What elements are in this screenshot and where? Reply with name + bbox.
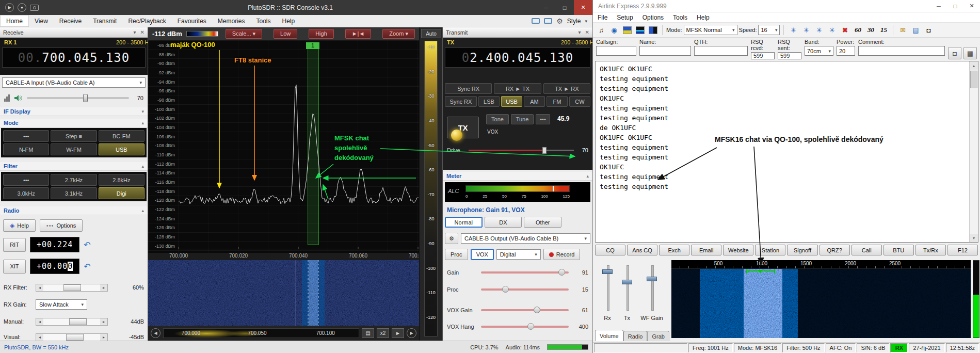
chevron-down-icon[interactable]: ▾ [134,29,136,35]
filter-button[interactable]: 2.8kHz [99,174,144,186]
proc-slider[interactable] [481,288,569,291]
xit-undo-icon[interactable]: ↶ [84,262,90,271]
vox-hang-slider[interactable] [481,326,569,328]
menu-item[interactable]: Options [638,14,668,21]
split-view-icon[interactable] [647,24,658,36]
minimize-button[interactable]: ─ [537,0,555,15]
help-button[interactable]: ◈Help [3,219,36,232]
speaker-icon[interactable] [14,94,23,102]
palette-colorbar[interactable] [186,31,218,37]
xit-button[interactable]: XIT [3,260,26,274]
menu-item[interactable]: Tools [668,14,692,21]
callsign-input[interactable] [596,46,636,56]
maximize-button[interactable]: □ [555,0,574,15]
ribbon-tab[interactable]: Transmit [87,15,122,27]
spectrum-toolbar-button[interactable]: Scale... ▾ [226,29,262,39]
rx-volume-thumb[interactable] [602,269,613,274]
ribbon-tab[interactable]: Rec/Playback [122,15,171,27]
chevron-up-icon[interactable]: ▴ [586,173,589,179]
macro-button[interactable]: Call [852,245,882,255]
menu-item[interactable]: Setup [612,14,637,21]
timer-60-button[interactable]: 60 [852,25,863,35]
tone-button[interactable]: Tone [486,114,509,124]
display-2-icon[interactable] [544,18,552,24]
scroll-left-icon[interactable]: ◂ [36,334,43,341]
camera-icon[interactable] [30,5,39,11]
rsid-icon[interactable]: ✳ [788,24,799,36]
save-icon[interactable]: ◘ [923,24,934,36]
tx-volume-slider[interactable] [622,265,632,311]
rx-filter-scrollbar[interactable]: ◂ ▸ [36,284,108,292]
waterfall-body[interactable] [671,269,971,338]
record-button[interactable]: Record [543,249,580,260]
receive-text-area[interactable]: OK1UFC OK1UFCtesting equipmenttesting eq… [595,61,978,243]
maximize-button[interactable]: □ [947,0,963,12]
macro-button[interactable]: CQ [595,245,625,255]
visual-gain-thumb[interactable] [66,334,84,341]
equalizer-icon[interactable] [4,94,10,102]
rit-undo-icon[interactable]: ↶ [84,240,90,250]
wf-gain-slider[interactable] [647,265,657,311]
drive-slider-thumb[interactable] [542,147,547,154]
timer-15-button[interactable]: 15 [878,25,889,35]
chevron-down-icon[interactable]: ▾ [141,109,144,114]
video-id-icon[interactable]: ✳ [813,24,825,36]
chat-scrollbar-thumb[interactable] [970,71,977,88]
auto-range-button[interactable]: Auto [421,29,441,38]
bottom-tab[interactable]: Grab [647,331,669,341]
scroll-right-icon[interactable]: ▸ [100,284,107,291]
mode-select[interactable]: MFSK Normal ▾ [684,25,737,35]
cw-id-icon[interactable]: ✳ [826,24,838,36]
tx-mode-button[interactable]: CW [569,96,590,107]
notes-icon[interactable]: ♫ [596,24,607,36]
rsq-sent-input[interactable]: 599 [778,52,801,59]
tx-frequency-display[interactable]: 02.400.045.130 [445,47,590,68]
mode-button[interactable]: ••• [3,130,49,142]
scroll-left-icon[interactable]: ◂ [36,318,43,325]
close-icon[interactable]: ✕ [140,29,144,35]
abort-tx-icon[interactable]: ✖ [839,24,850,36]
macro-button[interactable]: Exch [659,245,689,255]
mode-button[interactable]: USB [99,143,144,155]
gain-slider[interactable] [481,271,569,274]
spectrum-toolbar-button[interactable]: Low [274,29,297,39]
macro-button[interactable]: BTU [883,245,914,255]
macro-button[interactable]: Signoff [787,245,817,255]
spectrum-toolbar-button[interactable]: ►|◄ [345,29,372,39]
ribbon-tab[interactable]: Home [0,15,29,27]
logbook-button[interactable]: ▦ [963,47,977,59]
macro-button[interactable]: F12 [947,245,978,255]
meter-section-header[interactable]: Meter ▴ [443,172,592,181]
style-menu[interactable]: Style [567,18,581,25]
macro-button[interactable]: Ans CQ [627,245,657,255]
menu-item[interactable]: Help [692,14,714,21]
vox-hang-slider-thumb[interactable] [527,323,534,330]
email-icon[interactable]: ✉ [897,24,908,36]
save-qso-button[interactable]: ◘ [948,47,961,59]
audio-input-select[interactable]: CABLE-A Input (VB-Audio Cable A) ▾ [2,77,146,88]
scroll-left-icon[interactable]: ◂ [36,284,43,291]
scroll-down-icon[interactable]: ▾ [970,234,978,242]
more-options-button[interactable]: ••• [536,114,550,124]
rx-frequency-display[interactable]: 00.700.045.130 [2,47,146,68]
rsq-rcvd-input[interactable]: 599 [751,52,775,59]
name-input[interactable] [639,46,691,56]
speed-select[interactable]: 16 ▾ [758,25,780,35]
rx1-band-marker[interactable]: 1 [306,42,319,49]
spectrum-toolbar-button[interactable]: High [309,29,334,39]
macro-button[interactable]: Email [691,245,721,255]
scroll-right-icon[interactable]: ▸ [100,318,107,325]
record-icon[interactable]: ● [18,3,26,12]
filter-section-header[interactable]: Filter ▴ [0,162,148,171]
tx-mode-button[interactable]: USB [501,96,522,107]
filter-button[interactable]: 2.7kHz [51,174,97,186]
receive-panel-header[interactable]: Receive ▾ ✕ [0,27,148,38]
ribbon-tab[interactable]: Help [277,15,301,27]
tx-sync-button[interactable]: Sync RX [445,83,492,94]
chevron-up-icon[interactable]: ▴ [141,120,144,125]
manual-gain-scrollbar[interactable]: ◂ ▸ [36,318,108,326]
options-button[interactable]: •••Options [40,219,83,232]
mode-button[interactable]: W-FM [51,143,97,155]
bottom-tab[interactable]: Volume [595,330,623,341]
manual-gain-thumb[interactable] [69,318,87,325]
